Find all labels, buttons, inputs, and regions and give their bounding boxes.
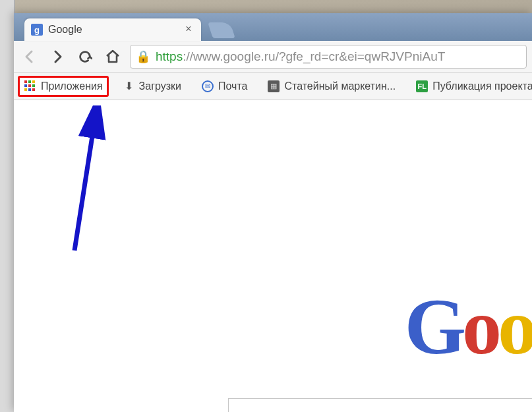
arrow-right-icon: [49, 49, 65, 65]
nav-toolbar: 🔒 https://www.google.ru/?gfe_rd=cr&ei=qw…: [14, 41, 532, 73]
apps-grid-icon: [24, 80, 37, 93]
reload-icon: [78, 49, 92, 64]
url-rest: ://www.google.ru/?gfe_rd=cr&ei=qwRJVPniA…: [183, 49, 445, 64]
address-bar[interactable]: 🔒 https://www.google.ru/?gfe_rd=cr&ei=qw…: [130, 45, 527, 69]
logo-letter: o: [498, 281, 532, 372]
download-icon: ⬇: [123, 80, 135, 92]
site-icon: ▦: [267, 80, 280, 93]
url-scheme: https: [156, 49, 183, 64]
background-window-strip: [0, 0, 15, 412]
bookmark-fl-publication[interactable]: FL Публикация проекта...: [410, 76, 532, 96]
annotation-arrow-icon: [60, 105, 113, 257]
bookmark-label: Статейный маркетин...: [284, 80, 396, 92]
arrow-left-icon: [22, 49, 38, 65]
bookmarks-bar: Приложения ⬇ Загрузки ✉ Почта ▦ Статейны…: [14, 73, 532, 100]
google-logo: Goo: [405, 281, 532, 372]
tab-google[interactable]: g Google ×: [24, 18, 201, 41]
close-tab-icon[interactable]: ×: [183, 24, 194, 36]
bookmark-label: Приложения: [41, 80, 103, 92]
home-icon: [105, 49, 121, 65]
fl-icon: FL: [415, 80, 429, 93]
logo-letter: o: [462, 281, 498, 372]
tab-strip: g Google ×: [14, 13, 532, 41]
tab-title: Google: [48, 24, 183, 36]
google-favicon-icon: g: [31, 24, 43, 36]
bookmark-label: Загрузки: [139, 80, 181, 92]
lock-icon: 🔒: [136, 49, 150, 64]
bookmark-mail[interactable]: ✉ Почта: [196, 76, 252, 96]
bookmark-label: Почта: [218, 80, 247, 92]
logo-letter: G: [405, 281, 462, 372]
reload-button[interactable]: [74, 46, 96, 67]
bookmark-apps[interactable]: Приложения: [18, 76, 109, 97]
home-button[interactable]: [102, 46, 123, 67]
search-box[interactable]: [228, 398, 532, 412]
bookmark-downloads[interactable]: ⬇ Загрузки: [118, 77, 187, 96]
svg-line-0: [74, 111, 96, 250]
page-content: Goo: [14, 100, 532, 412]
mail-icon: ✉: [201, 80, 214, 93]
chrome-window: g Google × 🔒 https://www.google.ru/?gfe_…: [14, 13, 532, 412]
bookmark-stat-marketing[interactable]: ▦ Статейный маркетин...: [262, 76, 401, 96]
bookmark-label: Публикация проекта...: [432, 80, 532, 92]
back-button[interactable]: [19, 46, 40, 67]
forward-button[interactable]: [47, 46, 68, 67]
new-tab-button[interactable]: [208, 22, 235, 38]
